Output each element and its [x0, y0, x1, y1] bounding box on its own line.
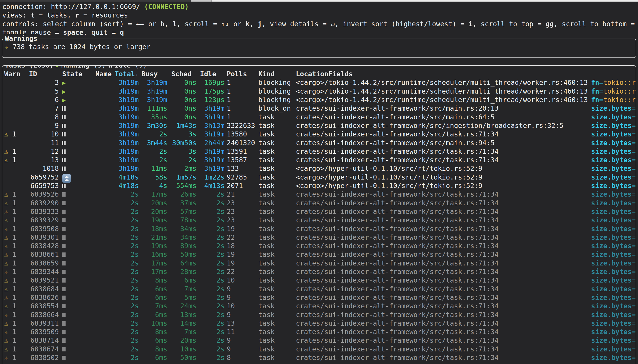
- task-row[interactable]: ⚠ 168393112s10ms14ms2s13taskcrates/sui-i…: [4, 319, 636, 328]
- tasks-panel-title: Tasks (2056)▶Running (3)Idle (9): [4, 65, 148, 70]
- task-total-cell: 2s: [115, 259, 139, 268]
- task-polls-cell: 19: [227, 250, 258, 259]
- warning-icon: ⚠: [4, 190, 8, 198]
- task-row[interactable]: ⚠ 1103h19m2s3s3h19m13580taskcrates/sui-i…: [4, 130, 636, 138]
- task-fields-cell: size.bytes=: [591, 190, 636, 198]
- warning-item: ⚠ 738 tasks are 1024 bytes or larger: [4, 43, 636, 51]
- task-row[interactable]: ⚠ 168386262s6ms5ms2s9taskcrates/sui-inde…: [4, 293, 636, 302]
- task-polls-cell: 92785: [227, 173, 258, 182]
- completed-icon: [62, 278, 66, 282]
- task-row[interactable]: ⚠ 168393012s21ms34ms2s22taskcrates/sui-i…: [4, 233, 636, 242]
- task-fields-cell: size.bytes=: [591, 336, 636, 345]
- task-row[interactable]: 83h19m35µs0ns3h19m1taskcrates/sui-indexe…: [4, 113, 636, 122]
- task-row[interactable]: ⚠ 168395262s17ms26ms2s21taskcrates/sui-i…: [4, 190, 636, 198]
- task-row[interactable]: ⚠ 168393292s19ms78ms2s23taskcrates/sui-i…: [4, 216, 636, 224]
- task-total-cell: 3h19m: [115, 122, 139, 130]
- task-row[interactable]: ⚠ 168386742s8ms10ms2s9taskcrates/sui-ind…: [4, 345, 636, 354]
- task-row[interactable]: ⚠ 168395212s8ms6ms2s10taskcrates/sui-ind…: [4, 276, 636, 284]
- task-id-cell: 12: [29, 147, 59, 156]
- task-location-cell: crates/sui-indexer-alt-framework/src/tas…: [296, 345, 591, 354]
- column-header-kind[interactable]: Kind: [258, 70, 296, 78]
- task-row[interactable]: 66597524m18s58s1m57s1m22s92785task<cargo…: [4, 173, 636, 182]
- task-warn-cell: ⚠ 1: [4, 276, 29, 284]
- task-fields-cell: size.bytes=: [591, 182, 636, 190]
- task-warn-cell: ⚠ 1: [4, 225, 29, 233]
- task-warn-cell: ⚠ 1: [4, 130, 29, 138]
- task-polls-cell: 19: [227, 259, 258, 268]
- task-idle-cell: 2s: [200, 250, 224, 259]
- task-id-cell: 13: [29, 156, 59, 164]
- column-header-polls[interactable]: Polls: [227, 70, 258, 78]
- task-row[interactable]: ⚠ 168386642s6ms13ms2s9taskcrates/sui-ind…: [4, 310, 636, 319]
- task-row[interactable]: ⚠ 168392902s20ms37ms2s23taskcrates/sui-i…: [4, 199, 636, 207]
- task-kind-cell: block_on: [258, 104, 296, 113]
- column-header-idle[interactable]: Idle: [200, 70, 224, 78]
- column-header-warn[interactable]: Warn: [4, 70, 29, 78]
- task-row[interactable]: ⚠ 168393332s20ms57ms2s23taskcrates/sui-i…: [4, 207, 636, 216]
- column-header-name[interactable]: Name: [96, 70, 115, 78]
- task-row[interactable]: 113h19m3m44s30m50s2h44m2401320taskcrates…: [4, 139, 636, 147]
- task-state-cell: [62, 345, 96, 354]
- status-line-connection: connection: http://127.0.0.1:6669/ (CONN…: [2, 2, 638, 11]
- task-location-cell: crates/sui-indexer-alt-framework/src/tas…: [296, 250, 591, 259]
- task-fields-cell: size.bytes=: [591, 216, 636, 224]
- task-row[interactable]: ⚠ 1123h19m2s3s3h19m13591taskcrates/sui-i…: [4, 147, 636, 156]
- task-kind-cell: task: [258, 139, 296, 147]
- column-header-location[interactable]: Location: [296, 70, 328, 78]
- task-idle-cell: 2s: [200, 242, 224, 250]
- task-total-cell: 3h19m: [115, 113, 139, 122]
- task-row[interactable]: ⚠ 168386612s16ms50ms2s19taskcrates/sui-i…: [4, 250, 636, 259]
- task-warn-cell: ⚠ 1: [4, 259, 29, 268]
- task-row[interactable]: ⚠ 168386592s17ms64ms2s19taskcrates/sui-i…: [4, 259, 636, 268]
- task-row[interactable]: 5▶3h19m3h19m0ns175µs1blocking<cargo>/tok…: [4, 87, 636, 96]
- column-header-state[interactable]: State: [62, 70, 96, 78]
- completed-icon: [62, 252, 66, 257]
- task-row[interactable]: ⚠ 168385542s7ms24ms2s10taskcrates/sui-in…: [4, 302, 636, 310]
- completed-icon: [62, 210, 66, 214]
- column-header-fields[interactable]: Fields: [328, 70, 636, 78]
- task-row[interactable]: ⚠ 168395092s8ms7ms2s11taskcrates/sui-ind…: [4, 328, 636, 336]
- task-fields-cell: size.bytes=: [591, 233, 636, 242]
- task-row[interactable]: ⚠ 168386842s6ms7ms2s9taskcrates/sui-inde…: [4, 285, 636, 293]
- task-fields-cell: size.bytes=: [591, 302, 636, 310]
- task-fields-cell: size.bytes=: [591, 199, 636, 207]
- task-row[interactable]: ⚠ 168387142s6ms20ms2s9taskcrates/sui-ind…: [4, 336, 636, 345]
- task-idle-cell: 2s: [200, 319, 224, 328]
- task-row[interactable]: ⚠ 1133h19m2s2s3h19m13587taskcrates/sui-i…: [4, 156, 636, 164]
- task-busy-cell: 19ms: [142, 216, 167, 224]
- column-header-id[interactable]: ID: [29, 70, 59, 78]
- task-row[interactable]: ⚠ 168384282s19ms89ms2s18taskcrates/sui-i…: [4, 242, 636, 250]
- task-id-cell: 6839521: [29, 276, 59, 284]
- task-id-cell: 6838714: [29, 336, 59, 345]
- task-row[interactable]: 73h19m111ms0ns3h19m1block_oncrates/sui-i…: [4, 104, 636, 113]
- task-id-cell: 6839526: [29, 190, 59, 198]
- task-row[interactable]: ⚠ 168395082s18ms34ms2s19taskcrates/sui-i…: [4, 225, 636, 233]
- task-row[interactable]: 66597534m18s4s554ms4m13s2071task<cargo>/…: [4, 182, 636, 190]
- task-total-cell: 3h19m: [115, 147, 139, 156]
- task-sched-cell: 0ns: [171, 78, 196, 87]
- column-header-busy[interactable]: Busy: [142, 70, 167, 78]
- task-polls-cell: 3322633: [227, 122, 258, 130]
- column-header-total[interactable]: Total▿: [115, 70, 139, 78]
- task-fields-cell: size.bytes=: [591, 242, 636, 250]
- task-busy-cell: 3h19m: [142, 96, 167, 104]
- running-icon: ▶: [62, 88, 66, 95]
- column-header-sched[interactable]: Sched: [171, 70, 196, 78]
- completed-icon: [62, 244, 66, 248]
- completed-icon: [62, 338, 66, 343]
- task-kind-cell: task: [258, 207, 296, 216]
- task-row[interactable]: 93h19m3m30s1m43s3h13m3322633taskcrates/s…: [4, 122, 636, 130]
- task-row[interactable]: ⚠ 168385022s6ms50ms2s8taskcrates/sui-ind…: [4, 354, 636, 362]
- task-row[interactable]: 3▶3h19m3h19m0ns169µs1blocking<cargo>/tok…: [4, 78, 636, 87]
- warning-icon: ⚠: [4, 250, 8, 258]
- tasks-panel: Tasks (2056)▶Running (3)Idle (9) WarnIDS…: [2, 65, 636, 364]
- task-busy-cell: 21ms: [142, 233, 167, 242]
- task-state-cell: [62, 242, 96, 250]
- task-row[interactable]: 6▶3h19m3h19m0ns123µs1blocking<cargo>/tok…: [4, 96, 636, 104]
- completed-icon: [62, 330, 66, 334]
- task-sched-cell: 13ms: [171, 310, 196, 319]
- task-fields-cell: fn=tokio::r: [591, 78, 636, 87]
- task-row[interactable]: 10183h19m11ms2ms3h19m133task<cargo>/hype…: [4, 164, 636, 173]
- task-row[interactable]: ⚠ 168393442s17ms28ms2s22taskcrates/sui-i…: [4, 268, 636, 276]
- warning-icon: ⚠: [4, 345, 8, 353]
